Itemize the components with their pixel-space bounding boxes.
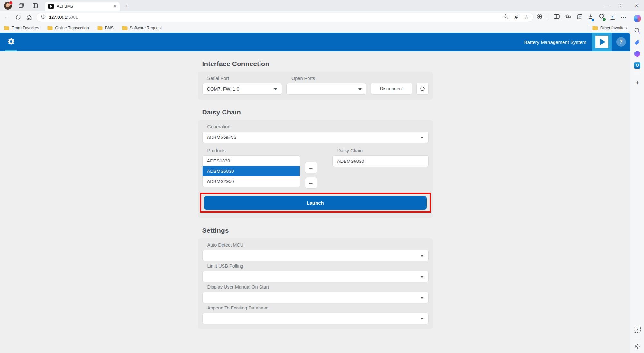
daisy-chain-item[interactable]: ADBMS6830 (332, 155, 429, 167)
help-icon: ? (616, 37, 626, 47)
bookmarks-bar: Team Favorites Online Transaction BMS So… (0, 23, 630, 33)
window-minimize-button[interactable]: — (600, 0, 614, 11)
launch-highlight-annotation: Launch (200, 193, 431, 213)
sidebar-divider (634, 74, 641, 74)
settings-panel: Auto Detect MCU Limit USB Polling Displa… (198, 238, 433, 329)
generation-label: Generation (207, 124, 429, 129)
folder-icon (122, 26, 128, 30)
interface-connection-heading: Interface Connection (202, 60, 433, 68)
sidebar-divider (634, 338, 641, 338)
new-tab-button[interactable]: + (125, 3, 128, 11)
help-button[interactable]: ? (612, 33, 630, 51)
collections-icon[interactable] (577, 14, 582, 21)
browser-essentials-icon[interactable]: ✓ (599, 14, 604, 20)
folder-icon (4, 26, 9, 30)
chevron-down-icon (358, 88, 362, 90)
copilot-icon[interactable] (634, 15, 641, 22)
site-info-icon[interactable] (41, 14, 46, 20)
edge-sidebar: O + ✂ (630, 11, 644, 353)
back-icon[interactable]: ← (3, 14, 11, 20)
remove-from-chain-button[interactable]: ← (305, 177, 317, 189)
url-port: :5001 (67, 15, 78, 20)
refresh-icon (420, 86, 425, 91)
window-maximize-button[interactable] (614, 0, 629, 11)
home-icon[interactable] (25, 15, 33, 20)
serial-port-dropdown[interactable]: COM7, FW: 1.0 (202, 83, 282, 95)
browser-tab[interactable]: ADI BMS ✕ (45, 2, 120, 11)
add-to-chain-button[interactable]: → (305, 162, 317, 173)
chevron-down-icon (421, 297, 424, 299)
auto-detect-mcu-label: Auto Detect MCU (207, 242, 429, 248)
favorites-icon[interactable] (565, 14, 571, 21)
outlook-icon[interactable]: O (634, 62, 640, 69)
window-close-button[interactable]: ✕ (629, 0, 644, 11)
other-favorites-folder[interactable]: Other favorites (592, 26, 627, 30)
chevron-down-icon (421, 255, 424, 257)
bookmark-folder[interactable]: Team Favorites (4, 26, 39, 30)
settings-heading: Settings (202, 227, 433, 234)
open-ports-dropdown[interactable] (286, 83, 366, 95)
arrow-left-icon: ← (308, 180, 314, 186)
refresh-ports-button[interactable] (416, 83, 429, 95)
append-database-label: Append To Existing Database (207, 305, 429, 310)
tab-actions-icon[interactable] (33, 3, 38, 8)
zoom-out-icon[interactable] (503, 14, 508, 20)
display-user-manual-dropdown[interactable] (202, 292, 429, 303)
screenshot-icon[interactable]: ✂ (634, 327, 641, 333)
favorite-star-icon[interactable]: ☆ (524, 14, 529, 20)
browser-titlebar: ADI BMS ✕ + — ✕ (0, 0, 644, 11)
app-title: Battery Management System (524, 39, 586, 45)
tab-close-icon[interactable]: ✕ (113, 4, 117, 9)
limit-usb-polling-label: Limit USB Polling (207, 263, 429, 269)
settings-gear-icon[interactable] (634, 343, 640, 350)
generation-dropdown[interactable]: ADBMSGEN6 (202, 132, 429, 143)
microsoft-365-icon[interactable] (634, 51, 640, 57)
auto-detect-mcu-dropdown[interactable] (202, 250, 429, 261)
append-database-dropdown[interactable] (202, 313, 429, 324)
disconnect-button[interactable]: Disconnect (371, 83, 412, 95)
profile-avatar[interactable] (4, 2, 12, 10)
address-bar[interactable]: 127.0.0.1:5001 A) ☆ (36, 13, 534, 22)
shopping-tag-icon[interactable] (634, 39, 640, 45)
folder-icon (592, 26, 598, 30)
refresh-icon[interactable] (14, 15, 22, 20)
add-sidebar-item-icon[interactable]: + (635, 79, 639, 87)
web-page: Battery Management System ? Interface Co… (0, 33, 630, 353)
chevron-down-icon (274, 88, 277, 90)
tab-title: ADI BMS (57, 4, 110, 9)
tab-favicon-icon (48, 4, 54, 9)
app-header: Battery Management System ? (0, 33, 630, 51)
serial-port-label: Serial Port (207, 76, 282, 81)
bookmark-folder[interactable]: Software Request (122, 26, 162, 30)
product-list-item[interactable]: ADBMS2950 (203, 176, 300, 187)
page-body: Interface Connection Serial Port COM7, F… (0, 51, 630, 353)
search-icon[interactable] (634, 27, 640, 34)
downloads-icon[interactable] (588, 14, 593, 21)
product-list-item[interactable]: ADBMS6830 (203, 166, 300, 176)
folder-icon (47, 26, 53, 30)
launch-button[interactable]: Launch (204, 196, 427, 210)
edge-page-icon[interactable]: e (610, 15, 615, 20)
bookmark-folder[interactable]: Online Transaction (47, 26, 89, 30)
app-settings-gear-icon[interactable] (7, 37, 15, 47)
daisy-chain-heading: Daisy Chain (202, 108, 433, 116)
product-list-item[interactable]: ADES1830 (203, 156, 300, 166)
daisy-chain-panel: Generation ADBMSGEN6 Products ADES1830 (198, 120, 433, 218)
extensions-icon[interactable] (537, 14, 543, 21)
limit-usb-polling-dropdown[interactable] (202, 271, 429, 282)
interface-connection-panel: Serial Port COM7, FW: 1.0 Open Ports (198, 72, 433, 100)
read-aloud-icon[interactable]: A) (514, 15, 518, 20)
browser-toolbar: ← 127.0.0.1:5001 A) (0, 11, 630, 23)
open-ports-label: Open Ports (291, 76, 366, 81)
arrow-right-icon: → (308, 164, 314, 171)
chevron-down-icon (421, 276, 424, 278)
more-icon[interactable]: ··· (621, 15, 627, 20)
workspaces-icon[interactable] (18, 3, 24, 8)
bookmark-folder[interactable]: BMS (97, 26, 114, 30)
products-label: Products (207, 148, 300, 153)
display-user-manual-label: Display User Manual On Start (207, 284, 429, 289)
split-screen-icon[interactable] (554, 14, 560, 20)
adi-bms-logo-button[interactable] (592, 33, 612, 51)
daisy-chain-label: Daisy Chain (337, 148, 429, 153)
products-list: ADES1830 ADBMS6830 ADBMS2950 (202, 155, 300, 187)
